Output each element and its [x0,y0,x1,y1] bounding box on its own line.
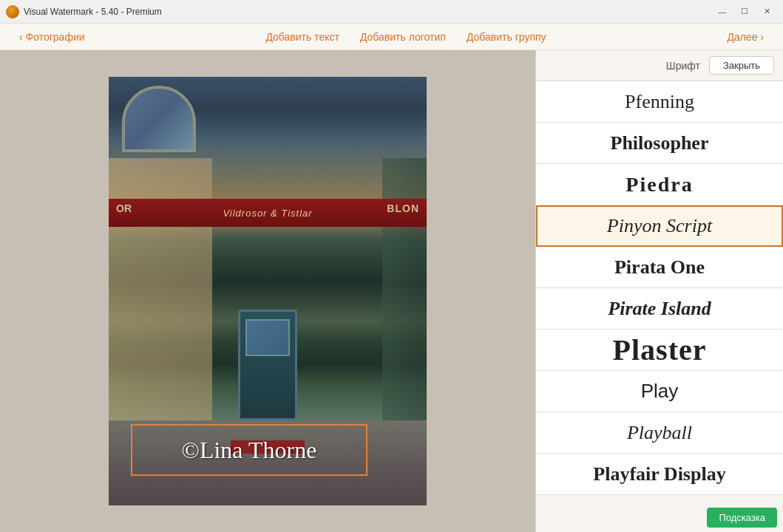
maximize-button[interactable]: ☐ [734,4,755,19]
add-text-menu-item[interactable]: Добавить текст [255,24,350,50]
image-area: Vildrosor & Tistlar OR BLON ©Lina Thorne [0,50,535,532]
hint-area: Подсказка [536,503,783,532]
font-item-playfair-display[interactable]: Playfair Display [536,454,783,495]
font-list: Pfenning Philosopher Piedra Pinyon Scrip… [536,81,783,503]
font-label-playball: Playball [627,422,692,444]
hint-button[interactable]: Подсказка [707,508,777,528]
font-label-pfenning: Pfenning [625,91,694,113]
minimize-button[interactable]: — [712,4,733,19]
font-item-pfenning[interactable]: Pfenning [536,81,783,123]
next-menu-item[interactable]: Далее › [716,24,774,50]
watermark-text: ©Lina Thorne [182,437,317,464]
font-item-pinyon-script[interactable]: Pinyon Script [536,205,783,247]
title-bar-left: Visual Watermark - 5.40 - Premium [6,5,162,18]
font-label-piedra: Piedra [626,173,693,197]
menu-bar: ‹ Фотографии Добавить текст Добавить лог… [0,24,783,50]
font-panel: Шрифт Закрыть Pfenning Philosopher Piedr… [535,50,783,532]
door [238,310,297,420]
window-controls: — ☐ ✕ [712,4,777,19]
or-text: OR [116,202,132,214]
font-item-playball[interactable]: Playball [536,412,783,454]
font-label-plaster: Plaster [613,332,707,367]
font-item-play[interactable]: Play [536,371,783,412]
store-sign-text: Vildrosor & Tistlar [223,208,312,219]
font-label-pinyon-script: Pinyon Script [607,215,712,237]
font-item-plaster[interactable]: Plaster [536,330,783,371]
font-label-pirate-island: Pirate Island [608,298,711,320]
door-window [245,319,290,356]
app-icon [6,5,19,18]
font-item-pirata-one[interactable]: Pirata One [536,247,783,288]
font-panel-header: Шрифт Закрыть [536,50,783,81]
photo-container: Vildrosor & Tistlar OR BLON ©Lina Thorne [109,77,427,505]
font-item-piedra[interactable]: Piedra [536,164,783,205]
font-label-philosopher: Philosopher [611,132,709,154]
window-arch [122,86,196,152]
title-bar: Visual Watermark - 5.40 - Premium — ☐ ✕ [0,0,783,24]
main-content: Vildrosor & Tistlar OR BLON ©Lina Thorne… [0,50,783,532]
watermark-box: ©Lina Thorne [131,424,367,476]
font-label-play: Play [641,380,679,403]
add-group-menu-item[interactable]: Добавить группу [456,24,557,50]
wall-right [382,158,427,420]
font-panel-label: Шрифт [666,60,700,72]
app-title: Visual Watermark - 5.40 - Premium [24,7,162,17]
wall-left [109,158,212,420]
store-sign: Vildrosor & Tistlar [109,199,427,227]
close-font-panel-button[interactable]: Закрыть [709,56,774,75]
font-item-philosopher[interactable]: Philosopher [536,123,783,164]
photos-menu-item[interactable]: ‹ Фотографии [9,24,95,50]
font-label-playfair-display: Playfair Display [593,463,725,485]
font-item-pirate-island[interactable]: Pirate Island [536,288,783,330]
blom-text: BLON [387,202,419,214]
font-label-pirata-one: Pirata One [614,256,705,279]
close-button[interactable]: ✕ [756,4,777,19]
add-logo-menu-item[interactable]: Добавить логотип [350,24,456,50]
